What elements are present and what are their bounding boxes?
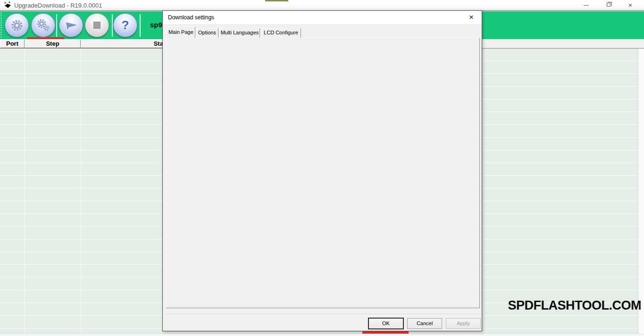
toolbar-gripper[interactable] bbox=[0, 12, 3, 38]
close-icon: × bbox=[469, 13, 474, 22]
maximize-button[interactable] bbox=[601, 0, 617, 10]
help-button[interactable]: ? bbox=[113, 13, 137, 37]
button-separator bbox=[167, 314, 479, 315]
window-title: UpgradeDownload - R19.0.0001 bbox=[14, 2, 102, 9]
help-icon: ? bbox=[122, 18, 129, 33]
gear-icon bbox=[10, 18, 24, 33]
cancel-button[interactable]: Cancel bbox=[407, 318, 442, 329]
download-settings-dialog: Download settings × Main Page Options Mu… bbox=[162, 10, 482, 331]
list-grid-line bbox=[25, 49, 25, 336]
stop-download-button[interactable] bbox=[85, 13, 109, 37]
double-gear-icon bbox=[35, 17, 51, 33]
tab-main-page[interactable]: Main Page bbox=[167, 26, 195, 38]
settings-button[interactable] bbox=[5, 13, 29, 37]
toolbar-separator bbox=[140, 14, 141, 37]
list-grid-line bbox=[81, 49, 81, 336]
toolbar-separator bbox=[112, 14, 113, 37]
apply-button[interactable]: Apply bbox=[446, 318, 481, 329]
minimize-icon bbox=[584, 5, 589, 6]
minimize-button[interactable] bbox=[578, 0, 594, 10]
bottom-strip bbox=[0, 334, 644, 336]
toolbar-separator bbox=[56, 14, 57, 37]
restore-icon bbox=[607, 3, 611, 7]
column-header-port[interactable]: Port bbox=[0, 40, 25, 48]
window-close-button[interactable]: × bbox=[622, 0, 638, 10]
top-olive-bar bbox=[265, 0, 288, 1]
column-header-step[interactable]: Step bbox=[25, 40, 81, 48]
active-tool-underline bbox=[27, 37, 65, 39]
tab-lcd-configure[interactable]: LCD Configure bbox=[261, 28, 301, 38]
close-icon: × bbox=[628, 1, 633, 9]
watermark-text: SPDFLASHTOOL.COM bbox=[508, 298, 641, 313]
stop-icon bbox=[93, 22, 100, 29]
tab-multi-languages[interactable]: Multi Languages bbox=[219, 28, 260, 38]
chip-brand-text: sp9 bbox=[150, 21, 162, 29]
ok-button[interactable]: OK bbox=[368, 318, 403, 329]
window-titlebar: UpgradeDownload - R19.0.0001 bbox=[0, 0, 644, 11]
play-icon bbox=[65, 19, 78, 32]
tab-page-main bbox=[166, 38, 480, 308]
download-settings-button[interactable] bbox=[31, 13, 55, 37]
app-icon bbox=[4, 1, 12, 9]
start-download-button[interactable] bbox=[59, 13, 83, 37]
dialog-titlebar: Download settings × bbox=[163, 11, 482, 24]
main-list-scrollbar[interactable] bbox=[638, 49, 644, 334]
dialog-close-button[interactable]: × bbox=[466, 12, 477, 23]
bottom-red-bar bbox=[362, 331, 409, 334]
tab-options[interactable]: Options bbox=[196, 28, 218, 38]
dialog-title: Download settings bbox=[168, 14, 214, 21]
